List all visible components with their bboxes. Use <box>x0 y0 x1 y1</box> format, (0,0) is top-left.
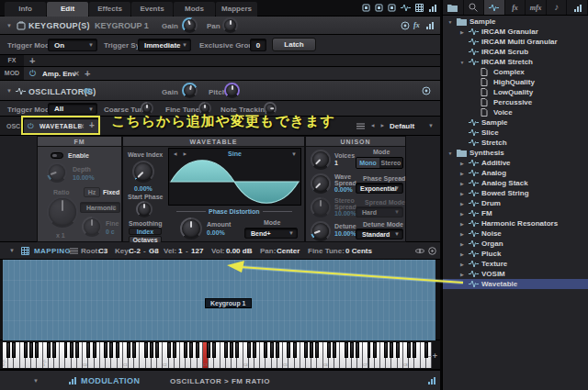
piano-key-Gsharp-1[interactable] <box>70 342 74 358</box>
tab-info[interactable]: Info <box>5 2 46 17</box>
expand-icon[interactable]: ▶ <box>458 221 466 227</box>
piano-key-Csharp4[interactable] <box>247 342 251 358</box>
piano-key-Gsharp2[interactable] <box>189 342 193 358</box>
chevron-down-icon[interactable]: ▼ <box>428 123 434 128</box>
piano-key-Fsharp5[interactable] <box>304 342 308 358</box>
root-value[interactable]: C3 <box>98 247 107 255</box>
keygroup-fx-icon[interactable]: fx <box>413 21 420 29</box>
keygroup-pan-knob[interactable] <box>222 17 238 33</box>
tab-mappers[interactable]: Mappers <box>216 2 257 17</box>
vel-low-value[interactable]: 1 <box>178 247 182 255</box>
piano-key-Dsharp2[interactable] <box>173 342 176 358</box>
wavetable-display[interactable]: ▼ ▼ Sine ▼ <box>168 148 301 206</box>
tree-item-voice[interactable]: Voice <box>443 107 588 117</box>
tree-item-drum[interactable]: ▶Drum <box>443 198 588 208</box>
mono-option[interactable]: Mono <box>356 158 379 168</box>
expand-icon[interactable]: ▶ <box>458 181 466 186</box>
piano-key-Gsharp5[interactable] <box>310 342 313 358</box>
expand-icon[interactable]: ▶ <box>458 262 466 267</box>
trigger-mode-select[interactable]: On▼ <box>48 39 97 51</box>
piano-key-Dsharp-1[interactable] <box>52 342 56 358</box>
tree-item-sample[interactable]: Sample <box>443 117 588 128</box>
wave-select-icon[interactable]: ▼ <box>291 151 297 157</box>
tree-item-ircam-granular[interactable]: ▶IRCAM Granular <box>443 27 588 37</box>
pd-amount-knob[interactable] <box>180 217 202 240</box>
tab-mods[interactable]: Mods <box>174 2 215 17</box>
piano-key-Dsharp-2[interactable] <box>12 342 16 358</box>
tree-item-vosim[interactable]: ▶VOSIM <box>443 269 588 279</box>
tab-edit[interactable]: Edit <box>47 2 88 17</box>
piano-key-Asharp5[interactable] <box>315 342 319 358</box>
piano-key-Dsharp8[interactable] <box>413 342 416 358</box>
piano-key-Fsharp4[interactable] <box>264 342 267 358</box>
trigger-sync-select[interactable]: Immediate▼ <box>138 39 191 51</box>
exclusive-group-value[interactable]: 0 <box>250 39 266 51</box>
fm-fine-knob[interactable] <box>82 217 102 237</box>
piano-key-Csharp3[interactable] <box>207 342 210 358</box>
tree-item-organ[interactable]: ▶Organ <box>443 239 588 249</box>
osc-trigger-mode-select[interactable]: All▼ <box>48 103 97 115</box>
tree-item-stretch[interactable]: Stretch <box>443 138 588 148</box>
piano-key-Fsharp0[interactable] <box>104 342 107 358</box>
grid-icon[interactable] <box>415 4 424 12</box>
tree-item-additive[interactable]: ▶Additive <box>443 158 588 168</box>
piano-key-Asharp3[interactable] <box>235 342 239 358</box>
stereo-spread-knob[interactable] <box>311 197 331 217</box>
piano-key-Csharp0[interactable] <box>86 342 90 358</box>
collapse-mapping-icon[interactable]: ▼ <box>9 248 15 253</box>
piano-key-Gsharp-2[interactable] <box>29 342 33 358</box>
meter-icon[interactable] <box>427 376 435 384</box>
tree-item-bowed-string[interactable]: ▶Bowed String <box>443 188 588 198</box>
keygroup-chip[interactable]: Keygroup 1 <box>205 298 252 308</box>
tree-item-pluck[interactable]: ▶Pluck <box>443 249 588 259</box>
collapse-icon[interactable]: ▼ <box>458 60 466 65</box>
piano-key-Dsharp6[interactable] <box>333 342 336 358</box>
wave-index-knob[interactable] <box>132 161 154 183</box>
piano-key-Gsharp0[interactable] <box>109 342 113 358</box>
tree-item-ircam-multi-granular[interactable]: IRCAM Multi Granular <box>443 37 588 47</box>
expand-icon[interactable]: ▶ <box>458 201 466 206</box>
browser-tab-fx[interactable]: fx <box>505 0 526 15</box>
expand-icon[interactable]: ▶ <box>458 272 466 277</box>
tree-item-wavetable[interactable]: Wavetable <box>443 279 588 289</box>
tab-effects[interactable]: Effects <box>89 2 130 17</box>
tree-item-synthesis[interactable]: ▼Synthesis <box>443 148 588 158</box>
eye-icon[interactable] <box>415 248 424 254</box>
browser-tab-mfx[interactable]: mfx <box>526 0 547 15</box>
piano-key-Dsharp1[interactable] <box>132 342 136 358</box>
vel-high-value[interactable]: 127 <box>191 247 203 255</box>
collapse-icon[interactable]: ▼ <box>447 19 454 25</box>
piano-key-Asharp-1[interactable] <box>75 342 79 358</box>
piano-key-Gsharp6[interactable] <box>350 342 354 358</box>
keygroup-meter-icon[interactable] <box>425 21 434 29</box>
unison-mode-toggle[interactable]: Mono Stereo <box>356 157 403 169</box>
expand-icon[interactable]: ▶ <box>458 211 466 217</box>
browser-tab-meter[interactable] <box>567 0 588 15</box>
piano-key-Csharp1[interactable] <box>127 342 130 358</box>
browser-tab-search[interactable] <box>464 0 485 15</box>
fm-ratio-mode-select[interactable]: Harmonic▼ <box>80 202 120 213</box>
piano-key-Asharp6[interactable] <box>356 342 359 358</box>
fx-tab[interactable]: FX <box>0 55 24 66</box>
piano-keyboard[interactable]: C-2C-1C0C1C2C3C4C5C6C7C8 <box>3 342 432 368</box>
piano-key-Fsharp2[interactable] <box>184 342 187 358</box>
tree-item-noise[interactable]: ▶Noise <box>443 228 588 239</box>
piano-key-Fsharp3[interactable] <box>224 342 228 358</box>
smoothing-index-button[interactable]: Index <box>129 228 162 235</box>
piano-key-Gsharp7[interactable] <box>390 342 393 358</box>
solo-target-icon[interactable] <box>401 21 410 30</box>
tree-item-ircam-scrub[interactable]: IRCAM Scrub <box>443 47 588 57</box>
piano-key-Asharp1[interactable] <box>155 342 159 358</box>
piano-key-Dsharp0[interactable] <box>93 342 96 358</box>
piano-key-Csharp6[interactable] <box>327 342 331 358</box>
spread-mode-select[interactable]: Hard▼ <box>356 206 403 217</box>
fm-hz-button[interactable]: Hz <box>84 187 100 197</box>
prev-preset-icon[interactable]: ▼ <box>370 123 376 128</box>
keygroup-icon[interactable] <box>388 4 396 12</box>
collapse-keygroup-icon[interactable]: ▼ <box>6 23 12 28</box>
piano-key-Gsharp4[interactable] <box>270 342 274 358</box>
expand-icon[interactable]: ▶ <box>458 231 466 237</box>
piano-key-Csharp5[interactable] <box>287 342 290 358</box>
keygroup-zone[interactable]: Keygroup 1 <box>3 260 435 340</box>
tree-item-fm[interactable]: ▶FM <box>443 208 588 218</box>
